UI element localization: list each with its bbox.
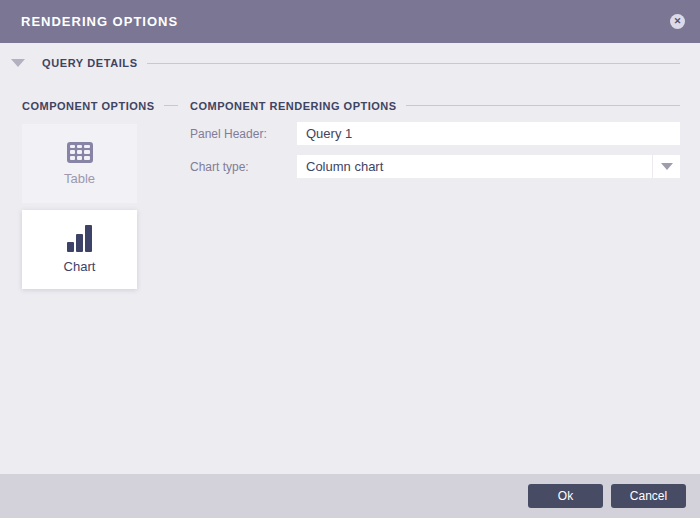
dialog-body: QUERY DETAILS COMPONENT OPTIONS Table bbox=[0, 43, 700, 474]
ok-button[interactable]: Ok bbox=[528, 484, 603, 508]
bar-chart-icon bbox=[67, 225, 92, 252]
rendering-options-column: COMPONENT RENDERING OPTIONS Panel Header… bbox=[190, 100, 680, 178]
panel-header-input[interactable] bbox=[297, 122, 680, 145]
rendering-options-header: COMPONENT RENDERING OPTIONS bbox=[190, 100, 680, 111]
table-grid-icon bbox=[67, 142, 93, 163]
section-divider-line bbox=[406, 105, 680, 106]
section-divider-line bbox=[164, 105, 178, 106]
dialog-header: RENDERING OPTIONS ✕ bbox=[0, 0, 700, 43]
section-divider-line bbox=[147, 63, 680, 64]
collapse-caret-icon[interactable] bbox=[11, 59, 25, 67]
cancel-button[interactable]: Cancel bbox=[611, 484, 686, 508]
chart-option-label: Chart bbox=[64, 259, 96, 274]
chart-type-select[interactable]: Column chart bbox=[297, 155, 680, 178]
panel-header-row: Panel Header: bbox=[190, 122, 680, 145]
options-columns: COMPONENT OPTIONS Table Chart bbox=[22, 100, 680, 289]
chevron-down-icon bbox=[661, 163, 673, 170]
chart-type-row: Chart type: Column chart bbox=[190, 155, 680, 178]
dialog-title: RENDERING OPTIONS bbox=[21, 14, 178, 29]
component-option-chart[interactable]: Chart bbox=[22, 210, 137, 289]
component-option-table[interactable]: Table bbox=[22, 124, 137, 203]
component-options-title: COMPONENT OPTIONS bbox=[22, 100, 155, 112]
select-caret-zone bbox=[652, 155, 680, 178]
dialog-footer: Ok Cancel bbox=[0, 474, 700, 518]
query-details-label: QUERY DETAILS bbox=[42, 57, 138, 69]
panel-header-label: Panel Header: bbox=[190, 127, 297, 141]
component-options-column: COMPONENT OPTIONS Table Chart bbox=[22, 100, 190, 289]
table-option-label: Table bbox=[64, 171, 95, 186]
chart-type-selected-value: Column chart bbox=[297, 159, 652, 174]
chart-type-label: Chart type: bbox=[190, 160, 297, 174]
close-button[interactable]: ✕ bbox=[670, 14, 685, 29]
rendering-options-title: COMPONENT RENDERING OPTIONS bbox=[190, 100, 397, 112]
close-icon: ✕ bbox=[674, 17, 682, 26]
rendering-options-dialog: RENDERING OPTIONS ✕ QUERY DETAILS COMPON… bbox=[0, 0, 700, 518]
component-options-header: COMPONENT OPTIONS bbox=[22, 100, 190, 111]
query-details-section-header: QUERY DETAILS bbox=[11, 55, 680, 71]
